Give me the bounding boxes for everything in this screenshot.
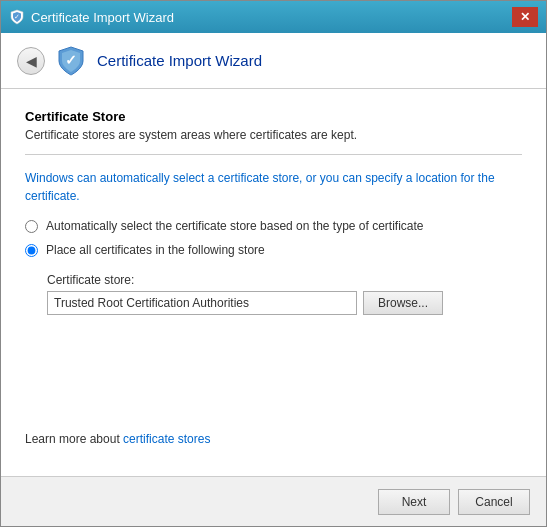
svg-text:✓: ✓ (65, 52, 77, 68)
cert-store-section: Certificate store: Browse... (47, 273, 522, 315)
next-button[interactable]: Next (378, 489, 450, 515)
divider (25, 154, 522, 155)
close-button[interactable]: ✕ (512, 7, 538, 27)
svg-text:✓: ✓ (14, 13, 20, 20)
wizard-footer: Next Cancel (1, 476, 546, 526)
radio-auto-label[interactable]: Automatically select the certificate sto… (25, 219, 522, 233)
learn-more-text: Learn more about (25, 432, 123, 446)
info-text: Windows can automatically select a certi… (25, 169, 522, 205)
certificate-stores-link[interactable]: certificate stores (123, 432, 210, 446)
wizard-title: Certificate Import Wizard (97, 52, 262, 69)
back-icon: ◀ (26, 53, 37, 69)
wizard-icon: ✓ (55, 45, 87, 77)
wizard-header: ◀ ✓ Certificate Import Wizard (1, 33, 546, 89)
radio-manual-label[interactable]: Place all certificates in the following … (25, 243, 522, 257)
footer-link-text: Learn more about certificate stores (25, 432, 522, 446)
title-bar: ✓ Certificate Import Wizard ✕ (1, 1, 546, 33)
radio-auto[interactable] (25, 220, 38, 233)
window: ✓ Certificate Import Wizard ✕ ◀ ✓ Certif… (0, 0, 547, 527)
radio-auto-text: Automatically select the certificate sto… (46, 219, 424, 233)
title-bar-title: Certificate Import Wizard (31, 10, 512, 25)
radio-group: Automatically select the certificate sto… (25, 219, 522, 257)
spacer (25, 315, 522, 432)
wizard-content: Certificate Store Certificate stores are… (1, 89, 546, 476)
cert-store-input[interactable] (47, 291, 357, 315)
radio-manual[interactable] (25, 244, 38, 257)
cancel-button[interactable]: Cancel (458, 489, 530, 515)
back-button[interactable]: ◀ (17, 47, 45, 75)
cert-store-label: Certificate store: (47, 273, 522, 287)
certificate-icon: ✓ (9, 9, 25, 25)
section-description: Certificate stores are system areas wher… (25, 128, 522, 142)
cert-store-row: Browse... (47, 291, 522, 315)
radio-manual-text: Place all certificates in the following … (46, 243, 265, 257)
section-title: Certificate Store (25, 109, 522, 124)
browse-button[interactable]: Browse... (363, 291, 443, 315)
